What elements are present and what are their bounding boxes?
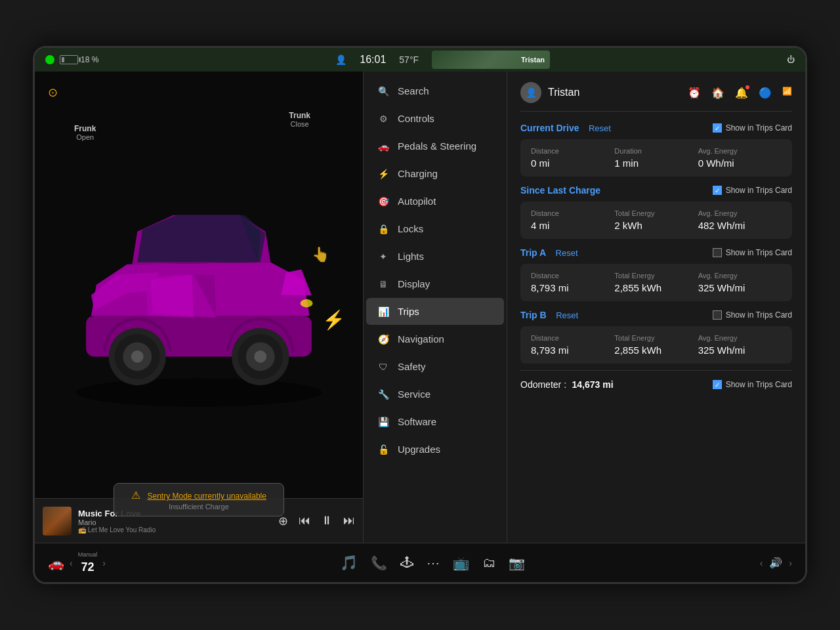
tb-avg-energy-value: 325 Wh/mi (698, 345, 774, 356)
bell-icon[interactable]: 🔔 (735, 87, 748, 99)
odometer-show-trips-label: Show in Trips Card (726, 380, 792, 389)
volume-control[interactable]: 🔊 (769, 556, 782, 569)
since-charge-avg-energy: Avg. Energy 482 Wh/mi (698, 209, 782, 231)
menu-label-search: Search (398, 85, 429, 96)
previous-track-button[interactable]: ⏮ (299, 514, 310, 528)
phone-icon[interactable]: 📞 (371, 555, 387, 571)
trip-b-avg-energy: Avg. Energy 325 Wh/mi (698, 334, 782, 356)
play-pause-button[interactable]: ⏸ (321, 514, 333, 528)
trips-icon: 📊 (377, 306, 390, 317)
car-icon[interactable]: 🚗 (48, 555, 64, 571)
pedals-icon: 🚗 (377, 141, 390, 152)
current-drive-stats-row: Distance 0 mi Duration 1 min Avg. Energy… (531, 147, 782, 169)
spotify-icon[interactable]: 🎵 (340, 555, 358, 572)
menu-label-lights: Lights (398, 251, 424, 262)
battery-icon (60, 55, 78, 64)
menu-item-controls[interactable]: ⚙ Controls (366, 105, 504, 132)
right-panel: 👤 Tristan ⏰ 🏠 🔔 🔵 📶 (507, 72, 805, 543)
odometer-label: Odometer : (520, 379, 566, 390)
ta-total-energy-value: 2,855 kWh (614, 282, 690, 293)
home-icon[interactable]: 🏠 (711, 87, 724, 99)
menu-item-pedals[interactable]: 🚗 Pedals & Steering (366, 133, 504, 159)
current-drive-reset-button[interactable]: Reset (589, 123, 611, 133)
frunk-title: Frunk (74, 124, 96, 133)
current-drive-title-row: Current Drive Reset (520, 122, 611, 134)
slc-avg-energy-value: 482 Wh/mi (698, 220, 774, 231)
distance-label: Distance (531, 147, 606, 155)
temp-nav-right[interactable]: › (102, 558, 106, 568)
menu-item-navigation[interactable]: 🧭 Navigation (366, 326, 504, 352)
profile-bar: 👤 Tristan ⏰ 🏠 🔔 🔵 📶 (520, 82, 792, 112)
ta-distance-value: 8,793 mi (531, 282, 606, 293)
battery-percent: 18 % (81, 55, 98, 64)
main-content: ⊙ Frunk Open Trunk Close (35, 72, 805, 543)
current-drive-duration: Duration 1 min (614, 147, 698, 169)
since-last-charge-show-trips: ✓ Show in Trips Card (713, 186, 792, 195)
status-bar-right: ⏻ (787, 55, 795, 64)
menu-label-charging: Charging (398, 168, 438, 179)
menu-label-safety: Safety (398, 361, 426, 372)
person-icon: 👤 (335, 54, 346, 65)
trip-a-total-energy: Total Energy 2,855 kWh (614, 272, 698, 293)
menu-item-service[interactable]: 🔧 Service (366, 381, 504, 408)
menu-label-autopilot: Autopilot (398, 196, 436, 207)
trip-a-checkbox[interactable] (713, 248, 722, 257)
menu-item-software[interactable]: 💾 Software (366, 408, 504, 435)
trip-a-avg-energy: Avg. Energy 325 Wh/mi (698, 272, 782, 293)
browser-icon[interactable]: 🗂 (482, 555, 495, 570)
more-icon[interactable]: ⋯ (427, 555, 440, 571)
odometer-checkbox[interactable]: ✓ (713, 380, 722, 389)
trip-b-title-row: Trip B Reset (520, 309, 578, 321)
trip-a-reset-button[interactable]: Reset (556, 248, 578, 258)
menu-item-display[interactable]: 🖥 Display (366, 270, 504, 297)
controls-icon: ⚙ (377, 114, 390, 124)
trip-b-reset-button[interactable]: Reset (556, 310, 578, 320)
trip-b-card: Distance 8,793 mi Total Energy 2,855 kWh… (520, 326, 792, 364)
battery-indicator: 18 % (60, 55, 98, 64)
controls-quick-icon[interactable]: 🕹 (400, 555, 413, 570)
radio-icon: 📻 (78, 526, 86, 534)
volume-nav-left[interactable]: ‹ (760, 558, 763, 568)
media-icon[interactable]: 📺 (453, 555, 469, 571)
menu-label-upgrades: Upgrades (398, 444, 440, 455)
map-preview[interactable] (432, 51, 550, 69)
next-track-button[interactable]: ⏭ (343, 514, 355, 528)
trip-a-title-row: Trip A Reset (520, 247, 578, 259)
menu-item-search[interactable]: 🔍 Search (366, 77, 504, 104)
svg-point-5 (131, 350, 144, 363)
battery-fill (62, 57, 64, 62)
trip-a-header: Trip A Reset Show in Trips Card (520, 247, 792, 259)
trip-b-show-trips: Show in Trips Card (713, 310, 792, 320)
car-container: Frunk Open Trunk Close (35, 72, 363, 498)
current-drive-header: Current Drive Reset ✓ Show in Trips Card (520, 122, 792, 134)
status-bar-center: 👤 16:01 57°F (335, 51, 550, 69)
slc-avg-energy-label: Avg. Energy (698, 209, 774, 217)
menu-item-lights[interactable]: ✦ Lights (366, 243, 504, 270)
trip-b-checkbox[interactable] (713, 310, 722, 320)
menu-item-locks[interactable]: 🔒 Locks (366, 215, 504, 242)
volume-nav-right[interactable]: › (789, 558, 792, 568)
menu-label-locks: Locks (398, 223, 423, 234)
current-drive-checkbox[interactable]: ✓ (713, 123, 722, 133)
svg-text:⚡: ⚡ (322, 308, 346, 331)
odometer-info: Odometer : 14,673 mi (520, 379, 614, 390)
temp-nav-left[interactable]: ‹ (70, 558, 73, 568)
odometer-value: 14,673 mi (572, 379, 613, 390)
trip-a-stats-row: Distance 8,793 mi Total Energy 2,855 kWh… (531, 272, 782, 293)
bluetooth-icon[interactable]: 🔵 (759, 87, 772, 99)
camera-icon[interactable]: 📷 (509, 555, 525, 571)
trip-a-distance: Distance 8,793 mi (531, 272, 614, 293)
service-icon: 🔧 (377, 389, 390, 400)
since-last-charge-checkbox[interactable]: ✓ (713, 186, 722, 195)
menu-item-trips[interactable]: 📊 Trips (366, 298, 504, 325)
frunk-subtitle: Open (74, 133, 96, 141)
slc-distance-label: Distance (531, 209, 606, 217)
menu-item-autopilot[interactable]: 🎯 Autopilot (366, 188, 504, 215)
menu-item-upgrades[interactable]: 🔓 Upgrades (366, 436, 504, 463)
menu-item-charging[interactable]: ⚡ Charging (366, 160, 504, 187)
menu-item-safety[interactable]: 🛡 Safety (366, 353, 504, 380)
tb-total-energy-value: 2,855 kWh (614, 345, 690, 356)
alarm-icon[interactable]: ⏰ (688, 87, 701, 99)
since-charge-distance: Distance 4 mi (531, 209, 614, 231)
menu-label-service: Service (398, 388, 430, 400)
